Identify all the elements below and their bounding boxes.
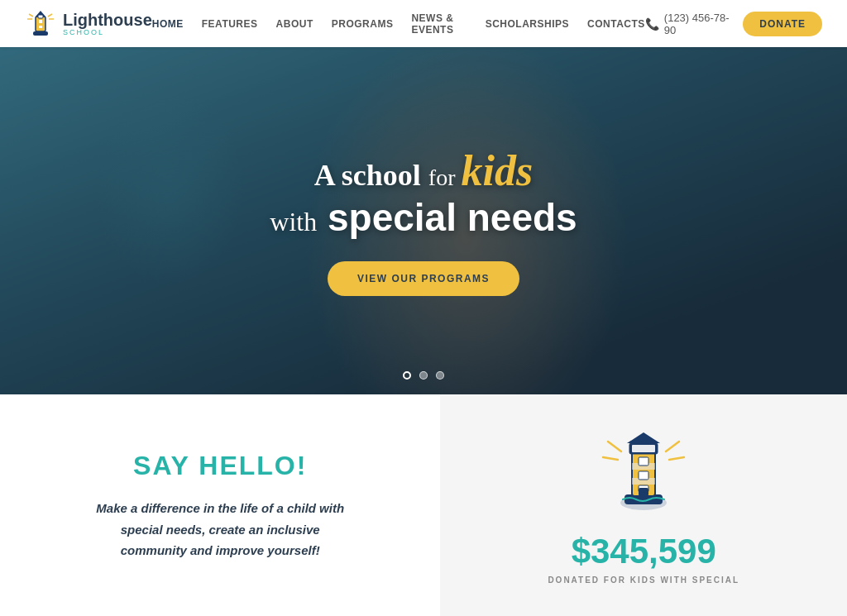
svg-rect-4 [39, 20, 42, 23]
hero-headline-2: with special needs [270, 197, 577, 239]
phone-number: (123) 456-78-90 [664, 12, 730, 36]
svg-rect-2 [38, 15, 43, 18]
svg-rect-0 [36, 17, 45, 31]
hero-dots [403, 371, 444, 380]
hero-text-kids: kids [461, 147, 533, 194]
phone-icon: 📞 [645, 17, 659, 31]
logo-subtitle: SCHOOL [63, 29, 152, 37]
svg-line-13 [669, 457, 684, 460]
logo-title: Lighthouse [63, 11, 152, 29]
main-nav: HOME FEATURES ABOUT PROGRAMS NEWS & EVEN… [152, 12, 645, 36]
lighthouse-icon-wrap [598, 428, 689, 523]
hero-text-with: with [270, 207, 317, 236]
lighthouse-illustration [598, 428, 689, 519]
nav-programs[interactable]: PROGRAMS [332, 18, 394, 30]
svg-rect-20 [632, 445, 655, 452]
svg-line-8 [48, 14, 52, 17]
nav-scholarships[interactable]: SCHOLARSHIPS [486, 18, 569, 30]
phone-area: 📞 (123) 456-78-90 [645, 12, 730, 36]
say-hello-title: SAY HELLO! [133, 451, 307, 481]
dot-2[interactable] [419, 371, 428, 380]
below-hero: SAY HELLO! Make a difference in the life… [0, 394, 847, 616]
hero-headline-1: A school for kids [270, 146, 577, 197]
svg-rect-3 [33, 31, 48, 36]
view-programs-button[interactable]: VIEW OUR PROGRAMS [328, 261, 519, 296]
nav-home[interactable]: HOME [152, 18, 184, 30]
say-hello-text: Make a difference in the life of a child… [88, 498, 352, 561]
svg-rect-23 [639, 471, 648, 480]
hero-text-special-needs: special needs [328, 196, 577, 239]
dot-3[interactable] [436, 371, 444, 380]
hero-text-for: for [428, 165, 462, 190]
say-hello-section: SAY HELLO! Make a difference in the life… [0, 394, 440, 616]
nav-features[interactable]: FEATURES [202, 18, 258, 30]
nav-about[interactable]: ABOUT [276, 18, 313, 30]
nav-contacts[interactable]: CONTACTS [587, 18, 645, 30]
dot-1[interactable] [403, 371, 411, 380]
svg-marker-21 [627, 432, 660, 443]
hero-content: A school for kids with special needs VIE… [253, 129, 593, 313]
svg-line-12 [666, 442, 679, 451]
svg-rect-5 [39, 26, 42, 28]
stats-label: DONATED FOR KIDS WITH SPECIAL [548, 575, 739, 585]
header-right: 📞 (123) 456-78-90 DONATE [645, 12, 822, 36]
hero-text-a-school: A school [314, 159, 421, 192]
svg-rect-25 [639, 488, 648, 496]
svg-line-11 [603, 457, 618, 460]
svg-rect-22 [639, 457, 648, 466]
donate-button[interactable]: DONATE [743, 12, 822, 36]
logo[interactable]: Lighthouse SCHOOL [25, 8, 152, 40]
svg-line-10 [608, 442, 621, 451]
header: Lighthouse SCHOOL HOME FEATURES ABOUT PR… [0, 0, 847, 47]
logo-icon [25, 8, 56, 40]
logo-text: Lighthouse SCHOOL [63, 11, 152, 37]
stats-section: $345,599 DONATED FOR KIDS WITH SPECIAL [440, 394, 847, 616]
hero-section: A school for kids with special needs VIE… [0, 47, 847, 394]
nav-news-events[interactable]: NEWS & EVENTS [411, 12, 467, 36]
stats-amount: $345,599 [572, 534, 716, 569]
svg-line-6 [29, 14, 33, 17]
